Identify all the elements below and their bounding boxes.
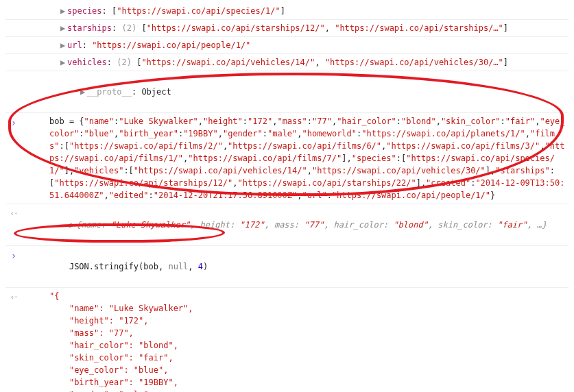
proto-value: Object [141,87,171,97]
console-input-bob[interactable]: bob = {"name":"Luke Skywalker","height":… [5,112,569,204]
expand-triangle-icon[interactable]: ▶ [60,56,67,69]
property-value: "https://swapi.co/api/people/1/" [92,40,250,50]
input-chevron-icon [5,248,22,263]
input-chevron-icon [5,115,22,130]
expand-triangle-icon[interactable]: ▶ [80,86,87,98]
object-property-row[interactable]: ▶url: "https://swapi.co/api/people/1/" [5,36,569,53]
object-property-row[interactable]: ▶starships: (2) ["https://swapi.co/api/s… [5,19,569,36]
proto-row[interactable]: ▶__proto__: Object [5,71,569,112]
console-output-bob[interactable]: ▶{name: "Luke Skywalker", height: "172",… [5,204,569,245]
output-chevron-icon [5,290,22,304]
object-property-row[interactable]: ▶species: ["https://swapi.co/api/species… [5,3,569,19]
expand-triangle-icon[interactable]: ▶ [69,219,76,231]
proto-key: __proto__ [87,87,132,97]
gutter [5,56,22,57]
bob-assignment-code: bob = {"name":"Luke Skywalker","height":… [22,115,569,201]
expand-triangle-icon[interactable]: ▶ [60,22,67,34]
object-property-row[interactable]: ▶vehicles: (2) ["https://swapi.co/api/ve… [5,53,569,71]
stringify-call-code: JSON.stringify(bob, null, 4) [22,248,569,285]
object-preview: {name: "Luke Skywalker", height: "172", … [76,220,547,230]
stringify-output: "{ "name": "Luke Skywalker", "height": "… [22,290,569,392]
property-key: vehicles [67,58,107,67]
gutter [5,22,22,23]
console-input-stringify[interactable]: JSON.stringify(bob, null, 4) [5,245,569,287]
gutter [5,73,22,74]
property-key: species [67,6,102,16]
gutter [5,39,22,40]
output-chevron-icon [5,206,22,220]
output-open: "{ [49,291,59,301]
expand-triangle-icon[interactable]: ▶ [60,39,67,51]
expand-triangle-icon[interactable]: ▶ [60,5,67,17]
gutter [5,5,22,5]
property-key: starships [67,23,112,33]
property-key: url [67,40,82,50]
console-output-stringify[interactable]: "{ "name": "Luke Skywalker", "height": "… [5,287,569,392]
